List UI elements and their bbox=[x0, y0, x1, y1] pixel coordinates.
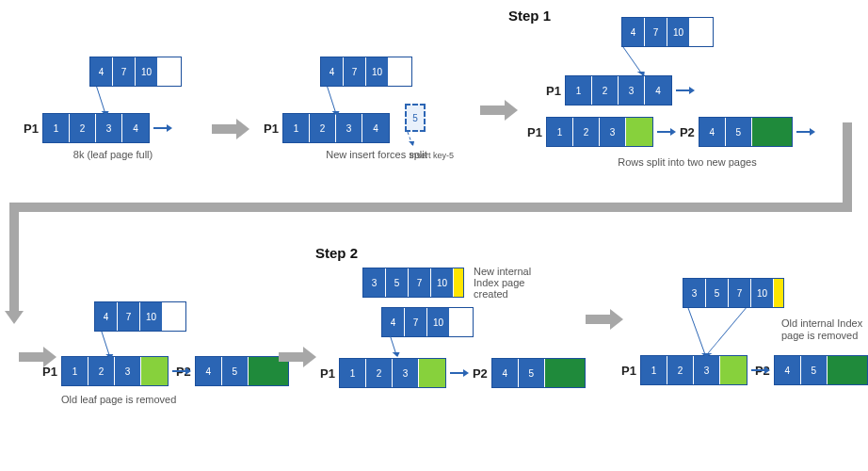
pointer-line bbox=[96, 87, 106, 115]
leaf-page-old: 1 2 3 4 bbox=[565, 75, 672, 106]
pointer-line bbox=[688, 308, 707, 357]
route-arrowhead bbox=[9, 203, 19, 311]
step1-heading: Step 1 bbox=[508, 8, 551, 24]
flow-arrow-4 bbox=[279, 349, 316, 367]
new-index-page: 3 5 7 10 bbox=[362, 268, 464, 298]
index-cell: 4 bbox=[90, 57, 113, 86]
new-marker bbox=[454, 268, 463, 297]
insert-key-box: 5 bbox=[405, 104, 426, 132]
leaf-cell: 2 bbox=[667, 356, 694, 384]
leaf-cell: 1 bbox=[641, 356, 667, 384]
index-cell: 7 bbox=[344, 57, 366, 86]
leaf-cell: 2 bbox=[70, 114, 96, 142]
free-space bbox=[545, 359, 585, 387]
leaf-cell: 2 bbox=[366, 359, 393, 387]
index-cell: 7 bbox=[729, 279, 751, 307]
panel-oldleaf-caption: Old leaf page is removed bbox=[61, 394, 278, 405]
page-label-p1: P1 bbox=[264, 122, 279, 136]
empty-slot bbox=[158, 57, 181, 86]
pointer-line bbox=[101, 332, 110, 358]
flow-arrow-icon bbox=[586, 311, 623, 328]
leaf-cell: 1 bbox=[62, 357, 88, 385]
leaf-cell: 5 bbox=[222, 357, 249, 385]
leaf-cell: 4 bbox=[122, 114, 149, 142]
flow-arrow-1 bbox=[212, 121, 249, 139]
page-label-p1a: P1 bbox=[546, 84, 561, 98]
index-cell: 4 bbox=[382, 308, 405, 336]
pointer-line bbox=[327, 87, 337, 115]
panel-full-caption: 8k (leaf page full) bbox=[24, 149, 202, 160]
index-cell: 7 bbox=[409, 268, 431, 297]
leaf-cell: 4 bbox=[492, 359, 519, 387]
index-page: 4 7 10 bbox=[94, 301, 186, 332]
index-cell: 10 bbox=[366, 57, 389, 86]
panel-old-leaf: 4 7 10 P1 1 2 3 P2 4 5 Old leaf page is … bbox=[42, 301, 278, 405]
index-cell: 4 bbox=[622, 18, 645, 46]
index-page: 4 7 10 bbox=[320, 57, 412, 87]
leaf-cell: 3 bbox=[619, 76, 645, 105]
leaf-cell: 2 bbox=[310, 114, 336, 142]
index-cell: 7 bbox=[113, 57, 136, 86]
leaf-cell: 5 bbox=[519, 359, 545, 387]
empty-slot bbox=[163, 302, 185, 331]
route-segment bbox=[843, 122, 852, 207]
leaf-cell: 5 bbox=[801, 356, 828, 384]
leaf-cell: 4 bbox=[196, 357, 222, 385]
leaf-cell: 3 bbox=[96, 114, 122, 142]
index-cell: 7 bbox=[405, 308, 427, 336]
new-marker bbox=[774, 279, 783, 307]
free-slot bbox=[720, 356, 747, 384]
old-index-page: 4 7 10 bbox=[381, 307, 474, 337]
leaf-cell: 2 bbox=[88, 357, 115, 385]
index-cell: 10 bbox=[140, 302, 163, 331]
index-cell: 4 bbox=[95, 302, 118, 331]
leaf-page-right: 4 5 bbox=[774, 355, 868, 385]
leaf-cell: 4 bbox=[775, 356, 801, 384]
panel-new-index: 3 5 7 10 New internal Index page created… bbox=[320, 266, 593, 388]
free-space bbox=[828, 356, 867, 384]
insert-key-label: Insert key-5 bbox=[410, 151, 454, 160]
step2-heading: Step 2 bbox=[315, 245, 358, 261]
leaf-cell: 3 bbox=[336, 114, 362, 142]
leaf-cell: 2 bbox=[573, 118, 600, 146]
leaf-page-right: 4 5 bbox=[195, 356, 289, 386]
panel-rows-caption: Rows split into two new pages bbox=[527, 156, 847, 168]
leaf-cell: 3 bbox=[694, 356, 720, 384]
leaf-cell: 4 bbox=[645, 76, 671, 105]
page-label-p1: P1 bbox=[24, 122, 39, 136]
empty-slot bbox=[450, 308, 473, 336]
index-cell: 10 bbox=[136, 57, 158, 86]
leaf-cell: 4 bbox=[699, 118, 726, 146]
index-cell: 10 bbox=[751, 279, 774, 307]
leaf-cell: 3 bbox=[115, 357, 141, 385]
panel-oldidx-caption: Old internal Index page is removed bbox=[781, 317, 866, 342]
panel-newidx-caption: New internal Index page created bbox=[474, 266, 549, 300]
free-space bbox=[752, 118, 792, 146]
panel-split: 4 7 10 P1 1 2 3 4 5 Insert key-5 New ins… bbox=[264, 57, 480, 160]
pointer-line bbox=[704, 308, 747, 357]
step1-top-index: 4 7 10 bbox=[621, 17, 714, 47]
panel-old-index: 3 5 7 10 Old internal Index page is remo… bbox=[621, 278, 866, 385]
leaf-cell: 2 bbox=[592, 76, 619, 105]
leaf-cell: 1 bbox=[547, 118, 573, 146]
index-cell: 10 bbox=[427, 308, 450, 336]
leaf-page-left: 1 2 3 bbox=[339, 358, 446, 388]
leaf-cell: 5 bbox=[726, 118, 752, 146]
panel-rows-split: P1 1 2 3 4 P1 1 2 3 P2 4 5 Rows split in… bbox=[527, 75, 847, 168]
leaf-page-right: 4 5 bbox=[491, 358, 586, 388]
next-page-arrow-icon bbox=[796, 127, 815, 137]
leaf-cell: 3 bbox=[393, 359, 419, 387]
leaf-cell: 1 bbox=[43, 114, 70, 142]
index-cell: 5 bbox=[706, 279, 729, 307]
index-cell: 4 bbox=[321, 57, 344, 86]
route-segment bbox=[9, 203, 852, 212]
leaf-page: 1 2 3 4 bbox=[282, 113, 390, 143]
index-cell: 10 bbox=[431, 268, 454, 297]
leaf-cell: 1 bbox=[340, 359, 366, 387]
leaf-page-new-right: 4 5 bbox=[699, 117, 793, 147]
leaf-cell: 1 bbox=[283, 114, 310, 142]
empty-slot bbox=[389, 57, 411, 86]
flow-arrow-5 bbox=[586, 311, 623, 330]
flow-arrow-icon bbox=[279, 349, 316, 365]
leaf-cell: 4 bbox=[362, 114, 389, 142]
